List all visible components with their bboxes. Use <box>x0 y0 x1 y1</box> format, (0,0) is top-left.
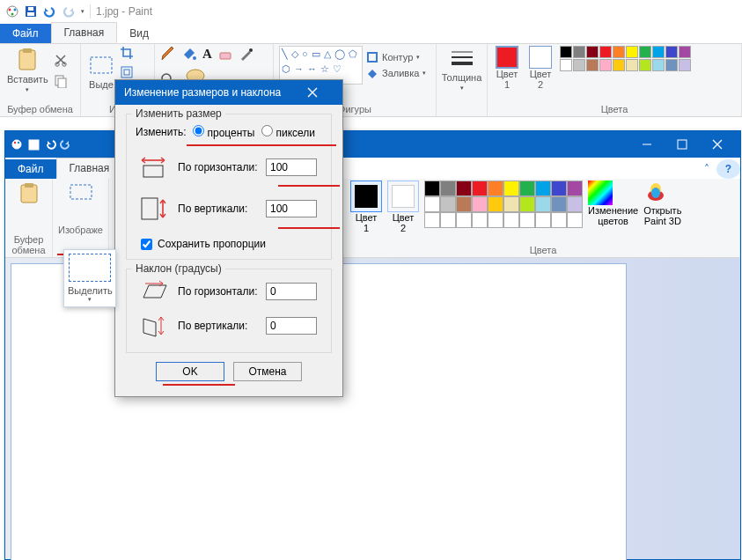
tab-view[interactable]: Вид <box>117 24 161 43</box>
crop-icon[interactable] <box>120 46 134 60</box>
copy-icon[interactable] <box>54 74 68 88</box>
swatch[interactable] <box>424 196 440 212</box>
swatch[interactable] <box>456 196 472 212</box>
fill-button[interactable]: Заливка▾ <box>366 67 426 79</box>
swatch[interactable] <box>567 181 583 196</box>
close-icon[interactable] <box>307 87 334 98</box>
redo-icon[interactable] <box>62 5 76 18</box>
swatch[interactable] <box>503 212 519 228</box>
swatch[interactable] <box>599 59 612 71</box>
tab-home[interactable]: Главная <box>51 22 118 43</box>
swatch[interactable] <box>613 59 625 71</box>
swatch[interactable] <box>567 212 583 228</box>
swatch[interactable] <box>488 212 503 228</box>
eraser-icon[interactable] <box>217 46 233 62</box>
swatch[interactable] <box>440 212 456 228</box>
swatch[interactable] <box>472 196 488 212</box>
swatch[interactable] <box>535 196 551 212</box>
tab-home[interactable]: Главная <box>56 158 123 179</box>
edit-colors-button[interactable]: Изменение цветов <box>588 181 638 226</box>
color1-button[interactable]: Цвет 1 <box>350 181 382 233</box>
minimize-button[interactable] <box>629 131 665 158</box>
resize-horizontal-input[interactable] <box>266 158 317 176</box>
maximize-button[interactable] <box>665 131 700 158</box>
swatch[interactable] <box>535 212 551 228</box>
resize-vertical-input[interactable] <box>266 200 317 217</box>
radio-percent[interactable]: проценты <box>193 125 254 139</box>
paste-button[interactable]: Вставить ▾ <box>5 46 50 95</box>
select-button[interactable]: Выде <box>86 53 116 92</box>
color-palette-outer[interactable] <box>560 46 691 71</box>
swatch[interactable] <box>573 59 585 71</box>
swatch[interactable] <box>639 46 651 58</box>
color-palette-inner[interactable] <box>424 181 583 228</box>
swatch[interactable] <box>424 212 440 228</box>
text-icon[interactable]: A <box>202 47 212 62</box>
swatch[interactable] <box>551 212 567 228</box>
swatch[interactable] <box>613 46 625 58</box>
swatch[interactable] <box>519 212 535 228</box>
swatch[interactable] <box>679 59 691 71</box>
picker-icon[interactable] <box>239 46 254 62</box>
swatch[interactable] <box>567 196 583 212</box>
swatch[interactable] <box>472 181 488 196</box>
swatch[interactable] <box>440 196 456 212</box>
qat-dropdown-icon[interactable]: ▾ <box>81 8 84 15</box>
rect-select-icon[interactable] <box>69 254 111 282</box>
swatch[interactable] <box>626 46 638 58</box>
thickness-button[interactable]: Толщина▾ <box>442 46 481 93</box>
chevron-down-icon[interactable]: ▾ <box>68 296 112 303</box>
radio-pixels[interactable]: пиксели <box>261 125 315 139</box>
swatch[interactable] <box>599 46 612 58</box>
swatch[interactable] <box>652 59 665 71</box>
save-icon[interactable] <box>25 5 37 18</box>
redo-icon[interactable] <box>58 139 71 151</box>
swatch[interactable] <box>456 181 472 196</box>
close-button[interactable] <box>700 131 735 158</box>
help-icon[interactable]: ? <box>716 159 740 179</box>
cancel-button[interactable]: Отмена <box>233 362 302 381</box>
swatch[interactable] <box>639 59 651 71</box>
collapse-ribbon-icon[interactable]: ˄ <box>697 159 716 179</box>
save-icon[interactable] <box>28 139 40 151</box>
outline-button[interactable]: Контур▾ <box>366 51 426 63</box>
swatch[interactable] <box>586 46 599 58</box>
swatch[interactable] <box>472 212 488 228</box>
pencil-icon[interactable] <box>160 46 176 62</box>
swatch[interactable] <box>560 46 572 58</box>
undo-icon[interactable] <box>45 139 58 151</box>
swatch[interactable] <box>551 196 567 212</box>
color2-button[interactable]: Цвет 2 <box>526 46 555 90</box>
color1-button[interactable]: Цвет 1 <box>493 46 521 90</box>
swatch[interactable] <box>679 46 691 58</box>
swatch[interactable] <box>652 46 665 58</box>
swatch[interactable] <box>573 46 585 58</box>
undo-icon[interactable] <box>42 5 56 18</box>
tab-file[interactable]: Файл <box>5 159 56 179</box>
swatch[interactable] <box>503 196 519 212</box>
skew-vertical-input[interactable] <box>266 317 317 335</box>
swatch[interactable] <box>503 181 519 196</box>
swatch[interactable] <box>519 196 535 212</box>
swatch[interactable] <box>586 59 599 71</box>
keep-ratio-checkbox[interactable]: Сохранить пропорции <box>141 238 322 250</box>
swatch[interactable] <box>626 59 638 71</box>
tab-file[interactable]: Файл <box>0 24 51 43</box>
swatch[interactable] <box>488 196 503 212</box>
open-paint3d-button[interactable]: Открыть Paint 3D <box>643 181 681 226</box>
cut-icon[interactable] <box>54 53 68 67</box>
color2-button[interactable]: Цвет 2 <box>387 181 419 233</box>
select-button[interactable] <box>56 181 105 205</box>
swatch[interactable] <box>535 181 551 196</box>
swatch[interactable] <box>519 181 535 196</box>
fill-icon[interactable] <box>181 46 197 62</box>
swatch[interactable] <box>665 59 678 71</box>
swatch[interactable] <box>456 212 472 228</box>
ok-button[interactable]: OK <box>156 362 224 381</box>
swatch[interactable] <box>424 181 440 196</box>
resize-icon[interactable] <box>120 65 134 79</box>
swatch[interactable] <box>488 181 503 196</box>
paste-button[interactable] <box>9 181 48 207</box>
swatch[interactable] <box>440 181 456 196</box>
swatch[interactable] <box>551 181 567 196</box>
